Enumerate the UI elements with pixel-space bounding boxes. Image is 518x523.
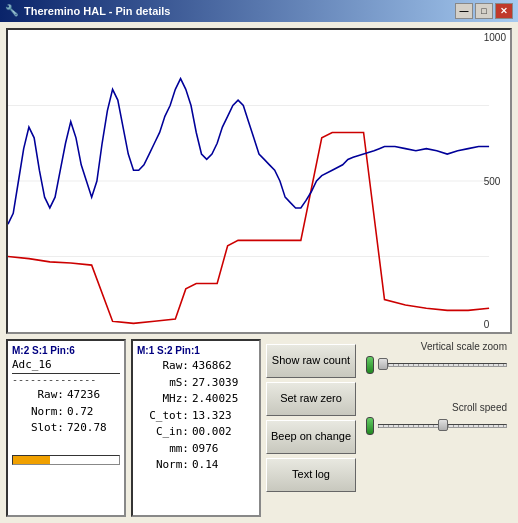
maximize-button[interactable]: □ (475, 3, 493, 19)
scroll-speed-slider-container (366, 417, 507, 435)
pin1-slot-label: Slot: (12, 420, 67, 437)
pin2-raw-value: 436862 (192, 358, 232, 375)
pin1-norm-row: Norm: 0.72 (12, 404, 120, 421)
pin2-cin-label: C_in: (137, 424, 192, 441)
scroll-speed-label: Scroll speed (366, 402, 507, 413)
pin1-raw-label: Raw: (12, 387, 67, 404)
pin1-separator: -------------- (12, 373, 120, 385)
vertical-scale-slider-container (366, 356, 507, 374)
pin2-mhz-value: 2.40025 (192, 391, 238, 408)
pin1-slot-value: 720.78 (67, 420, 107, 437)
pin2-norm-value: 0.14 (192, 457, 219, 474)
pin2-mhz-row: MHz: 2.40025 (137, 391, 255, 408)
pin2-raw-label: Raw: (137, 358, 192, 375)
buttons-panel: Show raw count Set raw zero Beep on chan… (266, 339, 356, 517)
beep-on-change-button[interactable]: Beep on change (266, 420, 356, 454)
pin2-ctot-label: C_tot: (137, 408, 192, 425)
pin2-panel: M:1 S:2 Pin:1 Raw: 436862 mS: 27.3039 MH… (131, 339, 261, 517)
pin2-ctot-row: C_tot: 13.323 (137, 408, 255, 425)
window-title: Theremino HAL - Pin details (24, 5, 171, 17)
pin1-panel: M:2 S:1 Pin:6 Adc_16 -------------- Raw:… (6, 339, 126, 517)
window-controls: — □ ✕ (455, 3, 513, 19)
y-label-mid: 500 (484, 176, 506, 187)
app-icon: 🔧 (5, 4, 19, 18)
bottom-section: M:2 S:1 Pin:6 Adc_16 -------------- Raw:… (6, 339, 512, 517)
pin2-ms-value: 27.3039 (192, 375, 238, 392)
y-label-bottom: 0 (484, 319, 506, 330)
pin2-mhz-label: MHz: (137, 391, 192, 408)
vertical-scale-group: Vertical scale zoom (366, 341, 507, 374)
close-button[interactable]: ✕ (495, 3, 513, 19)
pin2-ctot-value: 13.323 (192, 408, 232, 425)
minimize-button[interactable]: — (455, 3, 473, 19)
pin1-slot-row: Slot: 720.78 (12, 420, 120, 437)
scroll-speed-group: Scroll speed (366, 402, 507, 435)
pin2-norm-row: Norm: 0.14 (137, 457, 255, 474)
pin2-raw-row: Raw: 436862 (137, 358, 255, 375)
pin2-norm-label: Norm: (137, 457, 192, 474)
scroll-speed-indicator (366, 417, 374, 435)
chart-area: 1000 500 0 (6, 28, 512, 334)
pin1-raw-row: Raw: 47236 (12, 387, 120, 404)
pin2-cin-value: 00.002 (192, 424, 232, 441)
show-raw-count-button[interactable]: Show raw count (266, 344, 356, 378)
pin1-norm-label: Norm: (12, 404, 67, 421)
vertical-scale-track[interactable] (378, 358, 507, 372)
pin1-name: Adc_16 (12, 358, 120, 371)
vertical-scale-label: Vertical scale zoom (366, 341, 507, 352)
title-bar: 🔧 Theremino HAL - Pin details — □ ✕ (0, 0, 518, 22)
vertical-scale-indicator (366, 356, 374, 374)
sliders-panel: Vertical scale zoom Scroll speed (361, 339, 512, 517)
window-body: 1000 500 0 M:2 S:1 Pin:6 Adc_16 --------… (0, 22, 518, 523)
pin2-ms-label: mS: (137, 375, 192, 392)
text-log-button[interactable]: Text log (266, 458, 356, 492)
pin1-norm-value: 0.72 (67, 404, 94, 421)
pin1-raw-value: 47236 (67, 387, 100, 404)
pin1-header: M:2 S:1 Pin:6 (12, 345, 120, 356)
pin1-progress-bar (12, 455, 120, 465)
scroll-speed-track[interactable] (378, 419, 507, 433)
set-raw-zero-button[interactable]: Set raw zero (266, 382, 356, 416)
pin2-header: M:1 S:2 Pin:1 (137, 345, 255, 356)
y-label-top: 1000 (484, 32, 506, 43)
pin2-mm-value: 0976 (192, 441, 219, 458)
pin2-ms-row: mS: 27.3039 (137, 375, 255, 392)
pin2-mm-row: mm: 0976 (137, 441, 255, 458)
pin2-cin-row: C_in: 00.002 (137, 424, 255, 441)
chart-svg (8, 30, 510, 332)
pin2-mm-label: mm: (137, 441, 192, 458)
y-axis: 1000 500 0 (484, 30, 506, 332)
